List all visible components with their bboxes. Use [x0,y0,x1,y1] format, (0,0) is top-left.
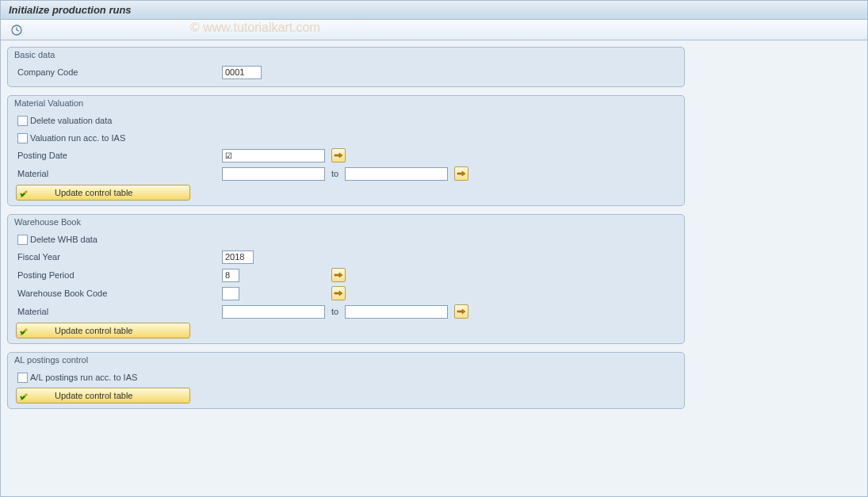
valuation-ias-checkbox[interactable] [17,133,28,143]
group-warehouse-book: Warehouse Book Delete WHB data Fiscal Ye… [7,214,685,344]
delete-valuation-label[interactable]: Delete valuation data [30,116,112,125]
page-title: Initialize production runs [9,4,132,16]
group-title-warehouse: Warehouse Book [8,215,684,229]
title-bar: Initialize production runs [1,1,867,20]
al-update-control-button[interactable]: Update control table [16,388,190,403]
wh-material-multi-button[interactable] [454,304,468,319]
arrow-right-icon [334,271,343,279]
posting-period-multi-button[interactable] [331,268,346,282]
company-code-input[interactable] [222,66,262,79]
mv-material-to-input[interactable] [345,167,448,181]
group-title-al-postings: AL postings control [8,353,684,367]
execute-button[interactable] [9,22,25,38]
pencil-check-icon [20,187,31,198]
posting-date-check-icon: ☑ [225,151,232,160]
company-code-label: Company Code [14,67,222,77]
posting-period-input[interactable] [222,269,239,282]
toolbar [1,20,867,40]
mv-material-from-input[interactable] [222,167,325,181]
group-title-basic: Basic data [8,48,684,62]
group-title-material-valuation: Material Valuation [8,96,684,110]
posting-date-label: Posting Date [14,151,222,160]
wh-material-label: Material [14,307,222,316]
arrow-right-icon [334,151,343,159]
wh-material-from-input[interactable] [222,305,325,319]
pencil-check-icon [20,325,31,336]
arrow-right-icon [457,308,466,315]
wh-update-label: Update control table [55,326,132,335]
wh-material-to-label: to [331,307,338,316]
mv-material-multi-button[interactable] [454,166,468,181]
valuation-ias-label[interactable]: Valuation run acc. to IAS [30,133,125,143]
mv-material-to-label: to [331,169,338,178]
fiscal-year-label: Fiscal Year [14,252,222,262]
whb-code-input[interactable] [222,287,239,300]
wh-update-control-button[interactable]: Update control table [16,323,190,338]
whb-code-label: Warehouse Book Code [14,289,222,298]
mv-material-label: Material [14,169,222,178]
arrow-right-icon [457,170,466,178]
posting-period-label: Posting Period [14,270,222,280]
mv-update-control-button[interactable]: Update control table [16,185,190,201]
delete-valuation-checkbox[interactable] [17,116,28,126]
clock-execute-icon [10,24,23,36]
content-area: Basic data Company Code Material Valuati… [1,40,867,496]
mv-update-label: Update control table [55,188,132,197]
al-ias-checkbox[interactable] [17,373,28,383]
svg-line-2 [17,30,19,31]
whb-code-multi-button[interactable] [331,286,346,300]
arrow-right-icon [334,289,343,297]
al-ias-label[interactable]: A/L postings run acc. to IAS [30,373,137,382]
fiscal-year-input[interactable] [222,250,254,264]
al-update-label: Update control table [55,391,132,400]
group-al-postings: AL postings control A/L postings run acc… [7,352,685,409]
delete-whb-label[interactable]: Delete WHB data [30,235,98,244]
delete-whb-checkbox[interactable] [17,235,28,245]
wh-material-to-input[interactable] [345,305,448,319]
group-material-valuation: Material Valuation Delete valuation data… [7,95,685,206]
group-basic-data: Basic data Company Code [7,47,685,87]
posting-date-input[interactable]: ☑ [222,149,325,162]
pencil-check-icon [20,390,31,401]
posting-date-multi-button[interactable] [331,148,346,162]
